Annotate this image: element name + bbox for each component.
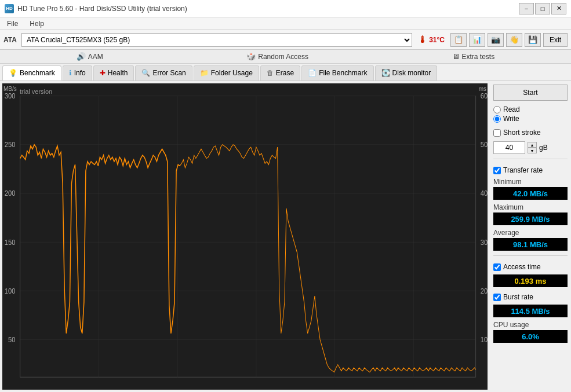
svg-text:300: 300 — [5, 93, 16, 100]
tab-disk-monitor[interactable]: 💽 Disk monitor — [375, 65, 438, 80]
write-radio[interactable] — [493, 115, 501, 123]
svg-text:50: 50 — [8, 336, 15, 343]
svg-text:250: 250 — [5, 141, 16, 148]
average-label: Average — [493, 229, 568, 237]
exit-button[interactable]: Exit — [543, 33, 568, 47]
temperature-indicator: 🌡 31°C — [414, 35, 448, 45]
window-title: HD Tune Pro 5.60 - Hard Disk/SSD Utility… — [17, 5, 187, 13]
menu-file[interactable]: File — [5, 19, 20, 29]
access-time-section: 0.193 ms — [493, 274, 568, 287]
gb-row: ▲ ▼ gB — [493, 141, 568, 154]
folder-icon: 📁 — [200, 69, 209, 77]
thermometer-icon: 🌡 — [418, 35, 427, 45]
short-stroke-option[interactable]: Short stroke — [493, 129, 568, 137]
cpu-usage-section: CPU usage 6.0% — [493, 321, 568, 343]
read-option[interactable]: Read — [493, 105, 568, 113]
gb-spin-down[interactable]: ▼ — [528, 148, 537, 153]
random-access-icon: 🎲 — [246, 52, 256, 61]
transfer-rate-option[interactable]: Transfer rate — [493, 166, 568, 174]
svg-text:150: 150 — [5, 239, 16, 246]
app-icon: HD — [5, 4, 14, 13]
maximum-section: Maximum 259.9 MB/s — [493, 203, 568, 225]
burst-rate-value: 114.5 MB/s — [493, 305, 568, 317]
svg-rect-0 — [2, 83, 488, 390]
svg-text:100: 100 — [5, 287, 16, 294]
cpu-usage-label: CPU usage — [493, 321, 568, 329]
maximize-button[interactable]: □ — [535, 3, 550, 14]
gb-spinners: ▲ ▼ — [528, 142, 537, 153]
tab-benchmark[interactable]: 💡 Benchmark — [2, 65, 61, 80]
svg-text:200: 200 — [5, 190, 16, 197]
svg-text:30: 30 — [481, 239, 488, 246]
benchmark-icon: 💡 — [9, 69, 17, 77]
camera-icon-btn[interactable]: 📷 — [488, 33, 504, 47]
disk-monitor-icon: 💽 — [381, 69, 390, 77]
erase-icon: 🗑 — [267, 69, 274, 77]
tab-file-benchmark[interactable]: 📄 File Benchmark — [301, 65, 373, 80]
average-section: Average 98.1 MB/s — [493, 229, 568, 251]
temperature-value: 31°C — [429, 36, 445, 44]
access-time-value: 0.193 ms — [493, 274, 568, 287]
minimum-label: Minimum — [493, 178, 568, 186]
burst-rate-checkbox[interactable] — [493, 294, 501, 301]
tab-info[interactable]: ℹ Info — [63, 65, 92, 80]
access-time-option[interactable]: Access time — [493, 263, 568, 271]
aam-item[interactable]: 🔊 AAM — [77, 52, 103, 61]
extra-tests-item[interactable]: 🖥 Extra tests — [452, 52, 495, 61]
transfer-rate-checkbox[interactable] — [493, 167, 501, 174]
y-label-left: MB/s — [3, 86, 17, 92]
tab-health[interactable]: ✚ Health — [93, 65, 134, 80]
chart-icon-btn[interactable]: 📊 — [469, 33, 485, 47]
drive-select[interactable]: ATA Crucial_CT525MX3 (525 gB) — [21, 33, 412, 47]
write-option[interactable]: Write — [493, 115, 568, 123]
minimum-section: Minimum 42.0 MB/s — [493, 178, 568, 200]
menu-help[interactable]: Help — [27, 19, 46, 29]
svg-text:10: 10 — [481, 336, 488, 343]
tab-error-scan[interactable]: 🔍 Error Scan — [135, 65, 192, 80]
tab-bar: 💡 Benchmark ℹ Info ✚ Health 🔍 Error Scan… — [0, 64, 571, 81]
tab-erase[interactable]: 🗑 Erase — [260, 65, 300, 80]
svg-text:50: 50 — [481, 141, 488, 148]
file-benchmark-icon: 📄 — [308, 69, 317, 77]
extra-tests-icon: 🖥 — [452, 52, 460, 61]
tab-folder-usage[interactable]: 📁 Folder Usage — [194, 65, 259, 80]
start-button[interactable]: Start — [493, 85, 568, 101]
toolbar: ATA ATA Crucial_CT525MX3 (525 gB) 🌡 31°C… — [0, 30, 571, 50]
divider-1 — [493, 159, 568, 159]
gb-label: gB — [539, 144, 548, 152]
wave-icon-btn[interactable]: 👋 — [506, 33, 522, 47]
close-button[interactable]: ✕ — [551, 3, 566, 14]
gb-input[interactable] — [493, 141, 525, 154]
average-value: 98.1 MB/s — [493, 238, 568, 251]
error-scan-icon: 🔍 — [141, 69, 150, 77]
svg-text:60: 60 — [481, 93, 488, 100]
minimum-value: 42.0 MB/s — [493, 187, 568, 200]
gb-spin-up[interactable]: ▲ — [528, 142, 537, 148]
read-radio[interactable] — [493, 106, 501, 113]
info-tab-icon: ℹ — [69, 69, 72, 77]
read-write-group: Read Write — [493, 105, 568, 123]
access-time-checkbox[interactable] — [493, 263, 501, 271]
random-access-item[interactable]: 🎲 Random Access — [246, 52, 308, 61]
minimize-button[interactable]: − — [519, 3, 534, 14]
info-icon-btn[interactable]: 📋 — [450, 33, 467, 47]
short-stroke-checkbox[interactable] — [493, 129, 501, 137]
health-icon: ✚ — [100, 69, 106, 77]
aam-icon: 🔊 — [77, 52, 86, 61]
svg-text:20: 20 — [481, 287, 488, 294]
sub-toolbar: 🔊 AAM 🎲 Random Access 🖥 Extra tests — [0, 50, 571, 64]
burst-rate-option[interactable]: Burst rate — [493, 293, 568, 301]
main-content: MB/s ms trial version 300 250 200 — [0, 81, 571, 392]
cpu-usage-value: 6.0% — [493, 330, 568, 343]
title-bar-controls: − □ ✕ — [519, 3, 566, 14]
y-label-right: ms — [479, 86, 486, 92]
benchmark-chart: 300 250 200 150 100 50 60 50 40 30 20 10 — [2, 83, 488, 390]
menu-bar: File Help — [0, 17, 571, 30]
divider-2 — [493, 255, 568, 256]
right-panel: Start Read Write Short stroke ▲ ▼ gB — [490, 81, 571, 392]
svg-text:40: 40 — [481, 190, 488, 197]
save-icon-btn[interactable]: 💾 — [525, 33, 541, 47]
title-bar-left: HD HD Tune Pro 5.60 - Hard Disk/SSD Util… — [5, 4, 187, 13]
title-bar: HD HD Tune Pro 5.60 - Hard Disk/SSD Util… — [0, 0, 571, 17]
maximum-value: 259.9 MB/s — [493, 213, 568, 225]
